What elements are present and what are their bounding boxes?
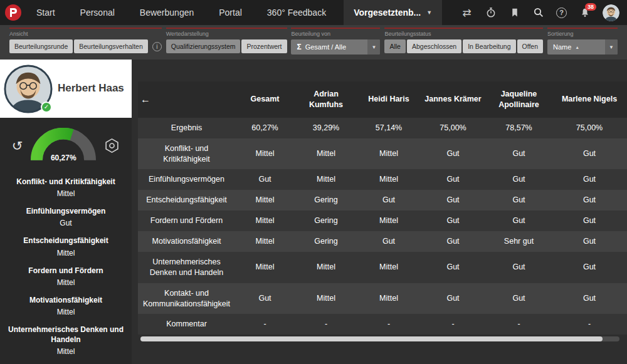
beurteilung-von-dropdown[interactable]: Σ Gesamt / Alle ▼ bbox=[291, 39, 380, 55]
info-icon[interactable]: i bbox=[152, 42, 162, 51]
top-navbar: StartPersonalBewerbungenPortal360° Feedb… bbox=[0, 0, 627, 25]
table-cell: Gut bbox=[420, 252, 486, 283]
chevron-down-icon: ▼ bbox=[367, 39, 380, 55]
column-header-jannes-kr-mer[interactable]: Jannes Krämer bbox=[420, 81, 486, 118]
nav-item-start[interactable]: Start bbox=[36, 8, 55, 18]
table-cell: 78,57% bbox=[486, 118, 552, 138]
profile-card: ✓ Herbert Haas bbox=[0, 60, 132, 118]
assessment-table: ←GesamtAdrian KumfuhsHeidi HarisJannes K… bbox=[138, 81, 627, 335]
chevron-down-icon: ▼ bbox=[426, 9, 432, 16]
bookmark-icon[interactable] bbox=[508, 7, 520, 19]
filter-group-wertedarstellung: Wertedarstellung Qualifizierungssystem P… bbox=[166, 28, 287, 60]
table-cell: Gut bbox=[357, 231, 420, 252]
row-label: Konflikt- und Kritikfähigkeit bbox=[138, 138, 235, 170]
column-header-adrian-kumfuhs[interactable]: Adrian Kumfuhs bbox=[295, 81, 357, 118]
table-row: EinfühlungsvermögenGutMittelMittelGutGut… bbox=[138, 169, 627, 190]
app-logo[interactable] bbox=[5, 4, 21, 21]
search-icon[interactable] bbox=[532, 7, 544, 19]
column-header-gesamt[interactable]: Gesamt bbox=[235, 81, 295, 118]
competency-list: Konflikt- und KritikfähigkeitMittelEinfü… bbox=[0, 168, 132, 364]
competency-item: Unternehmerisches Denken und HandelnMitt… bbox=[5, 325, 127, 356]
navbar-icons: ⇄ ? bbox=[461, 4, 619, 21]
table-header-row: ←GesamtAdrian KumfuhsHeidi HarisJannes K… bbox=[138, 81, 627, 118]
btn-status-abgeschlossen[interactable]: Abgeschlossen bbox=[407, 39, 461, 53]
reset-icon[interactable]: ↺ bbox=[12, 139, 23, 152]
horizontal-scrollbar bbox=[140, 336, 619, 341]
table-cell: Gering bbox=[295, 231, 357, 252]
table-cell: 75,00% bbox=[552, 118, 627, 138]
nav-item-bewerbungen[interactable]: Bewerbungen bbox=[140, 8, 194, 18]
btn-beurteilungsrunde[interactable]: Beurteilungsrunde bbox=[9, 39, 73, 53]
table-cell: Mittel bbox=[357, 283, 420, 315]
table-cell: Gut bbox=[486, 283, 552, 315]
competency-item: Fordern und FördernMittel bbox=[5, 266, 127, 287]
row-label: Unternehmerisches Denken und Handeln bbox=[138, 252, 235, 283]
table-cell: 57,14% bbox=[357, 118, 420, 138]
table-cell: Gut bbox=[486, 169, 552, 190]
dropdown-value: Gesamt / Alle bbox=[305, 43, 346, 51]
btn-status-offen[interactable]: Offen bbox=[517, 39, 544, 53]
help-icon[interactable]: ? bbox=[556, 8, 567, 18]
chevron-down-icon: ▼ bbox=[605, 39, 618, 55]
user-avatar[interactable] bbox=[603, 4, 619, 21]
notifications-bell-icon[interactable]: 38 bbox=[579, 7, 591, 19]
competency-value: Mittel bbox=[5, 308, 127, 316]
table-cell: Mittel bbox=[295, 169, 357, 190]
table-cell: Mittel bbox=[357, 252, 420, 283]
filter-label: Sortierung bbox=[547, 31, 618, 37]
filter-group-beurteilungsstatus: Beurteilungsstatus Alle Abgeschlossen In… bbox=[384, 28, 543, 60]
table-cell: Mittel bbox=[235, 138, 295, 170]
btn-qualifizierungssystem[interactable]: Qualifizierungssystem bbox=[166, 39, 241, 53]
table-cell: Gut bbox=[235, 283, 295, 315]
filter-group-beurteilung-von: Beurteilung von Σ Gesamt / Alle ▼ bbox=[291, 28, 380, 60]
btn-beurteilungsverhalten[interactable]: Beurteilungsverhalten bbox=[74, 39, 148, 53]
filter-label: Beurteilungsstatus bbox=[384, 31, 543, 37]
timer-icon[interactable] bbox=[485, 7, 497, 19]
table-cell: Gut bbox=[486, 252, 552, 283]
table-cell: Gut bbox=[552, 169, 627, 190]
profile-sidebar: ✓ Herbert Haas ↺ bbox=[0, 60, 132, 364]
nav-item-portal[interactable]: Portal bbox=[219, 8, 242, 18]
table-cell: - bbox=[420, 314, 486, 335]
btn-prozentwert[interactable]: Prozentwert bbox=[241, 39, 287, 53]
competency-label: Unternehmerisches Denken und Handeln bbox=[5, 325, 127, 345]
row-label: Fordern und Fördern bbox=[138, 211, 235, 231]
table-cell: - bbox=[235, 314, 295, 335]
table-cell: 75,00% bbox=[420, 118, 486, 138]
nav-item-360-feedback[interactable]: 360° Feedback bbox=[267, 8, 326, 18]
competency-value: Mittel bbox=[5, 347, 127, 356]
table-cell: Mittel bbox=[295, 252, 357, 283]
table-cell: Gut bbox=[420, 138, 486, 170]
row-label: Motivationsfähigkeit bbox=[138, 231, 235, 252]
competency-label: Entscheidungsfähigkeit bbox=[5, 236, 127, 246]
table-cell: Gut bbox=[552, 252, 627, 283]
sortierung-dropdown[interactable]: Name ▲ ▼ bbox=[547, 39, 618, 55]
table-row: EntscheidungsfähigkeitMittelGeringGutGut… bbox=[138, 190, 627, 211]
qualification-settings-icon[interactable] bbox=[104, 138, 120, 153]
column-header-jaqueline-apollinaire[interactable]: Jaqueline Apollinaire bbox=[486, 81, 552, 118]
column-header-heidi-haris[interactable]: Heidi Haris bbox=[357, 81, 420, 118]
competency-label: Einfühlungsvermögen bbox=[5, 206, 127, 216]
btn-status-alle[interactable]: Alle bbox=[384, 39, 406, 53]
transfer-icon[interactable]: ⇄ bbox=[461, 7, 473, 19]
table-cell: Mittel bbox=[235, 231, 295, 252]
filter-label: Beurteilung von bbox=[291, 31, 380, 37]
competency-item: Konflikt- und KritikfähigkeitMittel bbox=[5, 177, 127, 198]
table-row: Kommentar------ bbox=[138, 314, 627, 335]
scrollbar-thumb[interactable] bbox=[140, 336, 603, 341]
nav-item-personal[interactable]: Personal bbox=[80, 8, 115, 18]
tab-vorgesetztenbeurteilung[interactable]: Vorgesetztenb... ▼ bbox=[344, 0, 442, 25]
table-cell: Mittel bbox=[235, 211, 295, 231]
score-gauge-row: ↺ 60,27% bbox=[0, 118, 132, 168]
competency-value: Mittel bbox=[5, 278, 127, 287]
back-button[interactable]: ← bbox=[140, 93, 150, 107]
table-cell: Gut bbox=[486, 211, 552, 231]
table-cell: Sehr gut bbox=[486, 231, 552, 252]
table-cell: 60,27% bbox=[235, 118, 295, 138]
table-cell: Gut bbox=[552, 211, 627, 231]
table-cell: Mittel bbox=[357, 211, 420, 231]
profile-name: Herbert Haas bbox=[58, 82, 124, 95]
btn-status-in-bearbeitung[interactable]: In Bearbeitung bbox=[463, 39, 515, 53]
competency-value: Gut bbox=[5, 219, 127, 227]
column-header-marlene-nigels[interactable]: Marlene Nigels bbox=[552, 81, 627, 118]
